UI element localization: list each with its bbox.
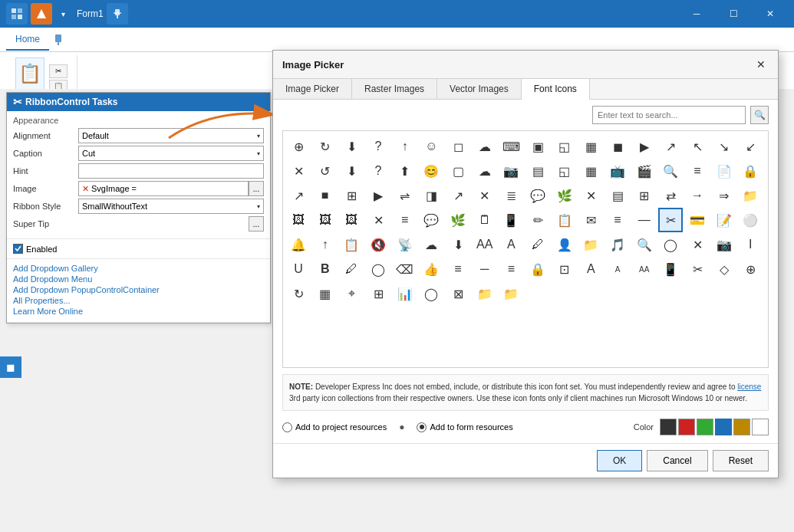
maximize-button[interactable]: ☐ <box>716 2 751 26</box>
icon-cell[interactable]: 📱 <box>658 257 683 281</box>
icon-cell[interactable]: 🖼 <box>313 208 338 232</box>
color-swatch-red[interactable] <box>678 419 695 435</box>
icon-cell[interactable]: A <box>578 257 603 281</box>
icon-cell[interactable]: 💬 <box>525 183 550 208</box>
icon-cell[interactable]: ≡ <box>499 257 523 281</box>
icon-cell[interactable]: AA <box>473 232 497 257</box>
icon-cell[interactable]: ☁ <box>473 134 497 159</box>
icon-cell[interactable]: 📁 <box>578 232 603 257</box>
icon-cell[interactable]: ☺ <box>419 134 443 159</box>
icon-cell[interactable]: — <box>632 208 657 232</box>
tab-image-picker[interactable]: Image Picker <box>273 79 352 99</box>
icon-cell[interactable]: ◇ <box>712 257 736 281</box>
icon-cell[interactable]: ↗ <box>658 134 683 159</box>
icon-cell[interactable]: 🔇 <box>366 232 390 257</box>
icon-cell[interactable]: 📷 <box>499 159 523 183</box>
icon-cell[interactable]: ▢ <box>446 159 470 183</box>
icon-cell[interactable]: ↻ <box>286 281 311 306</box>
icon-cell[interactable]: 🔒 <box>525 257 550 281</box>
add-to-project-resources[interactable]: Add to project resources <box>282 422 387 432</box>
icon-cell[interactable]: ◼ <box>605 134 630 159</box>
icon-cell[interactable]: ▦ <box>578 159 603 183</box>
icon-cell[interactable]: ↘ <box>712 134 736 159</box>
icon-cell[interactable]: ☁ <box>419 232 443 257</box>
scissors-icon-selected[interactable]: ✂ <box>658 208 683 232</box>
alignment-select[interactable]: Default ▾ <box>78 128 264 143</box>
icon-cell[interactable]: ↑ <box>313 232 338 257</box>
color-swatch-dark[interactable] <box>660 419 677 435</box>
icon-cell[interactable]: ⌫ <box>393 257 417 281</box>
icon-cell[interactable]: ◨ <box>419 183 443 208</box>
icon-cell[interactable]: AA <box>632 257 657 281</box>
icon-cell[interactable]: ■ <box>313 183 338 208</box>
icon-cell[interactable]: ✂ <box>685 257 710 281</box>
hint-input[interactable] <box>78 163 264 179</box>
minimize-button[interactable]: ─ <box>679 2 714 26</box>
icon-cell[interactable]: ⊞ <box>366 281 390 306</box>
icon-cell[interactable]: ▦ <box>578 134 603 159</box>
icon-cell[interactable]: ⊞ <box>339 183 364 208</box>
search-button[interactable]: 🔍 <box>750 106 769 124</box>
icon-cell[interactable]: A <box>605 257 630 281</box>
add-dropdown-menu-link[interactable]: Add Dropdown Menu <box>13 274 264 284</box>
icon-cell[interactable]: ▶ <box>632 134 657 159</box>
all-properties-link[interactable]: All Properties... <box>13 296 264 305</box>
icon-cell[interactable]: 😊 <box>419 159 443 183</box>
icon-cell[interactable]: 👍 <box>419 257 443 281</box>
icon-cell[interactable]: ↗ <box>286 183 311 208</box>
icon-cell[interactable]: → <box>685 183 710 208</box>
color-swatch-green[interactable] <box>697 419 713 435</box>
icon-cell[interactable]: U <box>286 257 311 281</box>
enabled-checkbox[interactable]: Enabled <box>13 244 264 254</box>
icon-cell[interactable]: ▣ <box>525 134 550 159</box>
icon-cell[interactable]: 📁 <box>738 183 763 208</box>
icon-cell[interactable]: ⬇ <box>446 232 470 257</box>
icon-cell[interactable]: ─ <box>473 257 497 281</box>
icon-cell[interactable]: ◱ <box>552 134 577 159</box>
icon-cell[interactable]: ✕ <box>685 232 710 257</box>
icon-cell[interactable]: ⌨ <box>499 134 523 159</box>
icon-cell[interactable]: ≣ <box>499 183 523 208</box>
icons-grid-wrapper[interactable]: ⊕ ↻ ⬇ ? ↑ ☺ ◻ ☁ ⌨ ▣ ◱ ▦ ◼ ▶ ↗ ↖ ↘ ↙ ✕ <box>282 130 769 368</box>
icon-cell[interactable]: ⇌ <box>393 183 417 208</box>
icon-cell[interactable]: 🎵 <box>605 232 630 257</box>
icon-cell[interactable]: ⇒ <box>712 183 736 208</box>
icon-cell[interactable]: ✉ <box>578 208 603 232</box>
icon-cell[interactable]: 👤 <box>552 232 577 257</box>
icon-cell[interactable]: 🖊 <box>525 232 550 257</box>
copy-button[interactable]: ✂ <box>49 64 68 78</box>
icon-cell[interactable]: 💳 <box>685 208 710 232</box>
caption-select[interactable]: Cut ▾ <box>78 146 264 161</box>
icon-cell[interactable]: ↻ <box>313 134 338 159</box>
icon-cell[interactable]: ▦ <box>313 281 338 306</box>
image-browse-button[interactable]: ... <box>249 181 264 196</box>
icon-cell[interactable]: 📄 <box>712 159 736 183</box>
icon-cell[interactable]: ☁ <box>473 159 497 183</box>
icon-cell[interactable]: ▤ <box>605 183 630 208</box>
icon-cell[interactable]: ⚪ <box>738 208 763 232</box>
ribbon-tab-home[interactable]: Home <box>6 29 49 51</box>
icon-cell[interactable]: ✕ <box>286 159 311 183</box>
icon-cell[interactable]: ↺ <box>313 159 338 183</box>
icon-cell[interactable]: 🌿 <box>552 183 577 208</box>
icon-cell[interactable]: ≡ <box>685 159 710 183</box>
icon-cell[interactable]: ↑ <box>393 134 417 159</box>
color-swatch-gold[interactable] <box>733 419 750 435</box>
icon-cell[interactable]: ◯ <box>658 232 683 257</box>
icon-cell[interactable]: ⊞ <box>632 183 657 208</box>
icon-cell[interactable]: ⬇ <box>339 134 364 159</box>
icon-cell[interactable]: 📋 <box>552 208 577 232</box>
learn-more-link[interactable]: Learn More Online <box>13 307 264 316</box>
icon-cell[interactable]: 📷 <box>712 232 736 257</box>
icon-cell[interactable]: 🔍 <box>658 159 683 183</box>
icon-cell[interactable]: ◯ <box>419 281 443 306</box>
icon-cell[interactable]: ⬆ <box>393 159 417 183</box>
icon-cell[interactable]: ✕ <box>473 183 497 208</box>
icon-cell[interactable]: ≡ <box>605 208 630 232</box>
icon-cell[interactable]: 📁 <box>473 281 497 306</box>
icon-cell[interactable]: ▶ <box>366 183 390 208</box>
icon-cell[interactable]: ⬇ <box>339 159 364 183</box>
icon-cell[interactable]: ⇄ <box>658 183 683 208</box>
reset-button[interactable]: Reset <box>713 450 769 471</box>
add-dropdown-popup-link[interactable]: Add Dropdown PopupControlContainer <box>13 285 264 294</box>
